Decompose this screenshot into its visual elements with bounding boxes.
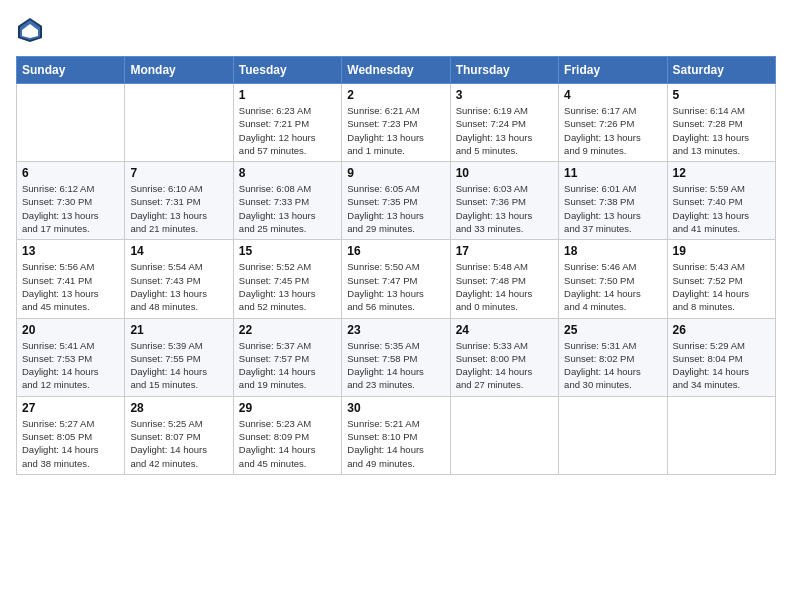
calendar-week-row: 13Sunrise: 5:56 AM Sunset: 7:41 PM Dayli… [17, 240, 776, 318]
day-number: 3 [456, 88, 553, 102]
calendar-cell [125, 84, 233, 162]
calendar-cell: 28Sunrise: 5:25 AM Sunset: 8:07 PM Dayli… [125, 396, 233, 474]
day-number: 22 [239, 323, 336, 337]
day-number: 14 [130, 244, 227, 258]
day-number: 5 [673, 88, 770, 102]
day-number: 4 [564, 88, 661, 102]
day-info: Sunrise: 5:29 AM Sunset: 8:04 PM Dayligh… [673, 339, 770, 392]
day-number: 12 [673, 166, 770, 180]
day-info: Sunrise: 6:17 AM Sunset: 7:26 PM Dayligh… [564, 104, 661, 157]
calendar-cell: 5Sunrise: 6:14 AM Sunset: 7:28 PM Daylig… [667, 84, 775, 162]
calendar-cell: 13Sunrise: 5:56 AM Sunset: 7:41 PM Dayli… [17, 240, 125, 318]
weekday-header: Wednesday [342, 57, 450, 84]
day-info: Sunrise: 5:37 AM Sunset: 7:57 PM Dayligh… [239, 339, 336, 392]
day-info: Sunrise: 5:35 AM Sunset: 7:58 PM Dayligh… [347, 339, 444, 392]
calendar-cell [17, 84, 125, 162]
day-info: Sunrise: 5:43 AM Sunset: 7:52 PM Dayligh… [673, 260, 770, 313]
day-number: 23 [347, 323, 444, 337]
weekday-header: Saturday [667, 57, 775, 84]
day-info: Sunrise: 6:12 AM Sunset: 7:30 PM Dayligh… [22, 182, 119, 235]
day-info: Sunrise: 5:41 AM Sunset: 7:53 PM Dayligh… [22, 339, 119, 392]
day-number: 6 [22, 166, 119, 180]
day-number: 11 [564, 166, 661, 180]
calendar-cell: 4Sunrise: 6:17 AM Sunset: 7:26 PM Daylig… [559, 84, 667, 162]
day-number: 25 [564, 323, 661, 337]
day-number: 7 [130, 166, 227, 180]
calendar-cell: 26Sunrise: 5:29 AM Sunset: 8:04 PM Dayli… [667, 318, 775, 396]
calendar-cell [559, 396, 667, 474]
day-info: Sunrise: 5:25 AM Sunset: 8:07 PM Dayligh… [130, 417, 227, 470]
day-info: Sunrise: 6:23 AM Sunset: 7:21 PM Dayligh… [239, 104, 336, 157]
day-info: Sunrise: 6:14 AM Sunset: 7:28 PM Dayligh… [673, 104, 770, 157]
day-info: Sunrise: 5:48 AM Sunset: 7:48 PM Dayligh… [456, 260, 553, 313]
calendar-cell: 30Sunrise: 5:21 AM Sunset: 8:10 PM Dayli… [342, 396, 450, 474]
day-info: Sunrise: 5:23 AM Sunset: 8:09 PM Dayligh… [239, 417, 336, 470]
calendar-cell: 22Sunrise: 5:37 AM Sunset: 7:57 PM Dayli… [233, 318, 341, 396]
weekday-header: Tuesday [233, 57, 341, 84]
calendar-cell: 27Sunrise: 5:27 AM Sunset: 8:05 PM Dayli… [17, 396, 125, 474]
day-number: 30 [347, 401, 444, 415]
weekday-header: Sunday [17, 57, 125, 84]
calendar-cell [450, 396, 558, 474]
day-info: Sunrise: 5:33 AM Sunset: 8:00 PM Dayligh… [456, 339, 553, 392]
day-info: Sunrise: 5:50 AM Sunset: 7:47 PM Dayligh… [347, 260, 444, 313]
page-header [16, 16, 776, 44]
day-number: 24 [456, 323, 553, 337]
calendar-cell [667, 396, 775, 474]
calendar-cell: 16Sunrise: 5:50 AM Sunset: 7:47 PM Dayli… [342, 240, 450, 318]
day-number: 16 [347, 244, 444, 258]
calendar-cell: 15Sunrise: 5:52 AM Sunset: 7:45 PM Dayli… [233, 240, 341, 318]
day-number: 19 [673, 244, 770, 258]
day-number: 18 [564, 244, 661, 258]
day-info: Sunrise: 5:56 AM Sunset: 7:41 PM Dayligh… [22, 260, 119, 313]
day-info: Sunrise: 6:03 AM Sunset: 7:36 PM Dayligh… [456, 182, 553, 235]
calendar-cell: 2Sunrise: 6:21 AM Sunset: 7:23 PM Daylig… [342, 84, 450, 162]
calendar-cell: 17Sunrise: 5:48 AM Sunset: 7:48 PM Dayli… [450, 240, 558, 318]
calendar-cell: 10Sunrise: 6:03 AM Sunset: 7:36 PM Dayli… [450, 162, 558, 240]
calendar-cell: 11Sunrise: 6:01 AM Sunset: 7:38 PM Dayli… [559, 162, 667, 240]
calendar-cell: 23Sunrise: 5:35 AM Sunset: 7:58 PM Dayli… [342, 318, 450, 396]
day-info: Sunrise: 5:54 AM Sunset: 7:43 PM Dayligh… [130, 260, 227, 313]
weekday-header: Friday [559, 57, 667, 84]
calendar-week-row: 6Sunrise: 6:12 AM Sunset: 7:30 PM Daylig… [17, 162, 776, 240]
calendar-cell: 6Sunrise: 6:12 AM Sunset: 7:30 PM Daylig… [17, 162, 125, 240]
calendar-cell: 24Sunrise: 5:33 AM Sunset: 8:00 PM Dayli… [450, 318, 558, 396]
day-info: Sunrise: 6:10 AM Sunset: 7:31 PM Dayligh… [130, 182, 227, 235]
day-number: 26 [673, 323, 770, 337]
day-number: 20 [22, 323, 119, 337]
day-info: Sunrise: 6:19 AM Sunset: 7:24 PM Dayligh… [456, 104, 553, 157]
calendar-cell: 12Sunrise: 5:59 AM Sunset: 7:40 PM Dayli… [667, 162, 775, 240]
day-number: 17 [456, 244, 553, 258]
day-number: 15 [239, 244, 336, 258]
calendar-cell: 19Sunrise: 5:43 AM Sunset: 7:52 PM Dayli… [667, 240, 775, 318]
calendar-table: SundayMondayTuesdayWednesdayThursdayFrid… [16, 56, 776, 475]
calendar-cell: 9Sunrise: 6:05 AM Sunset: 7:35 PM Daylig… [342, 162, 450, 240]
calendar-cell: 18Sunrise: 5:46 AM Sunset: 7:50 PM Dayli… [559, 240, 667, 318]
day-number: 28 [130, 401, 227, 415]
weekday-header: Thursday [450, 57, 558, 84]
calendar-week-row: 27Sunrise: 5:27 AM Sunset: 8:05 PM Dayli… [17, 396, 776, 474]
day-info: Sunrise: 5:59 AM Sunset: 7:40 PM Dayligh… [673, 182, 770, 235]
day-info: Sunrise: 5:52 AM Sunset: 7:45 PM Dayligh… [239, 260, 336, 313]
day-number: 2 [347, 88, 444, 102]
day-number: 8 [239, 166, 336, 180]
day-number: 9 [347, 166, 444, 180]
calendar-cell: 14Sunrise: 5:54 AM Sunset: 7:43 PM Dayli… [125, 240, 233, 318]
day-number: 13 [22, 244, 119, 258]
day-number: 21 [130, 323, 227, 337]
calendar-cell: 21Sunrise: 5:39 AM Sunset: 7:55 PM Dayli… [125, 318, 233, 396]
day-info: Sunrise: 6:05 AM Sunset: 7:35 PM Dayligh… [347, 182, 444, 235]
logo [16, 16, 48, 44]
weekday-header: Monday [125, 57, 233, 84]
calendar-cell: 1Sunrise: 6:23 AM Sunset: 7:21 PM Daylig… [233, 84, 341, 162]
calendar-cell: 3Sunrise: 6:19 AM Sunset: 7:24 PM Daylig… [450, 84, 558, 162]
calendar-cell: 29Sunrise: 5:23 AM Sunset: 8:09 PM Dayli… [233, 396, 341, 474]
calendar-week-row: 20Sunrise: 5:41 AM Sunset: 7:53 PM Dayli… [17, 318, 776, 396]
calendar-cell: 7Sunrise: 6:10 AM Sunset: 7:31 PM Daylig… [125, 162, 233, 240]
day-info: Sunrise: 5:46 AM Sunset: 7:50 PM Dayligh… [564, 260, 661, 313]
calendar-cell: 8Sunrise: 6:08 AM Sunset: 7:33 PM Daylig… [233, 162, 341, 240]
calendar-cell: 25Sunrise: 5:31 AM Sunset: 8:02 PM Dayli… [559, 318, 667, 396]
calendar-cell: 20Sunrise: 5:41 AM Sunset: 7:53 PM Dayli… [17, 318, 125, 396]
day-number: 10 [456, 166, 553, 180]
day-info: Sunrise: 5:27 AM Sunset: 8:05 PM Dayligh… [22, 417, 119, 470]
